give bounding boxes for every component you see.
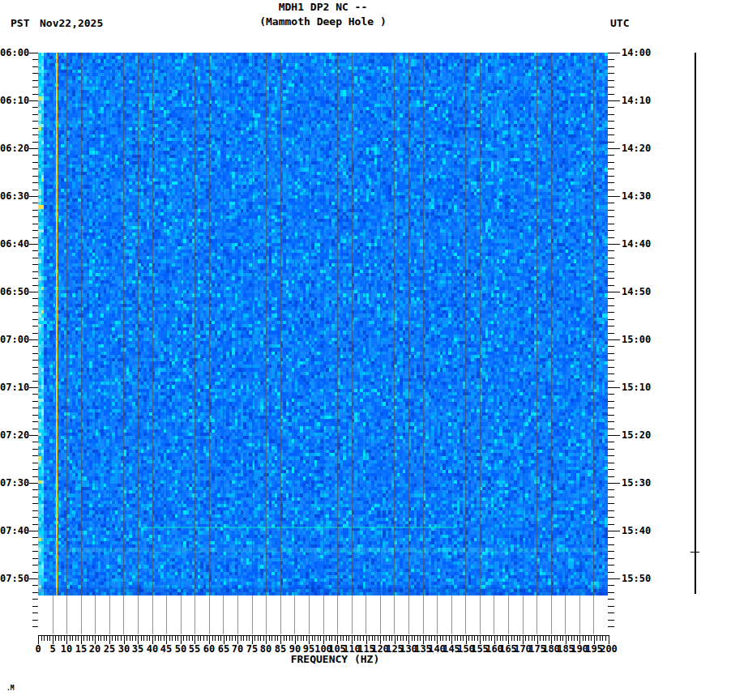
freq-tick <box>574 635 575 641</box>
time-label-right: 15:30 <box>622 478 656 489</box>
time-tick <box>32 210 38 211</box>
freq-tick <box>292 635 293 641</box>
time-tick <box>32 162 38 163</box>
freq-gridline <box>408 53 409 634</box>
time-tick <box>608 264 614 265</box>
freq-tick <box>198 635 199 641</box>
freq-tick <box>571 635 572 641</box>
time-label-right: 14:10 <box>622 96 656 106</box>
freq-tick <box>49 635 50 641</box>
time-tick <box>32 442 38 442</box>
time-tick <box>608 360 614 361</box>
freq-tick <box>112 635 113 641</box>
time-tick <box>29 578 38 579</box>
time-tick <box>32 353 38 354</box>
freq-tick <box>348 635 349 641</box>
time-label-left: 06:50 <box>0 287 28 297</box>
freq-tick <box>457 635 458 641</box>
time-tick <box>608 237 614 238</box>
freq-tick <box>442 635 443 641</box>
watermark: .M <box>6 685 15 692</box>
freq-tick <box>149 635 150 641</box>
time-tick <box>32 558 38 559</box>
freq-tick <box>175 635 176 641</box>
freq-tick <box>605 635 606 641</box>
time-tick <box>608 381 614 382</box>
freq-gridline <box>209 53 210 634</box>
freq-tick <box>98 635 99 641</box>
time-tick <box>32 216 38 217</box>
time-tick <box>608 73 614 74</box>
freq-tick <box>560 635 561 641</box>
time-tick <box>608 373 614 374</box>
time-tick <box>608 230 614 231</box>
time-tick <box>32 599 38 600</box>
freq-tick <box>600 635 601 641</box>
time-tick <box>29 339 38 340</box>
freq-tick <box>378 635 378 641</box>
freq-tick <box>220 635 221 641</box>
freq-tick <box>275 635 276 641</box>
freq-gridline <box>152 53 153 634</box>
time-tick <box>32 182 38 183</box>
freq-gridline <box>237 53 238 634</box>
freq-gridline <box>352 53 353 634</box>
freq-gridline <box>109 53 110 634</box>
freq-tick <box>100 635 101 641</box>
freq-tick <box>286 635 287 641</box>
time-tick <box>32 551 38 552</box>
time-tick <box>32 278 38 279</box>
freq-tick <box>83 635 84 641</box>
freq-gridline <box>323 53 324 634</box>
freq-tick <box>400 635 401 641</box>
freq-tick <box>517 635 518 641</box>
time-tick <box>32 237 38 238</box>
freq-tick <box>391 635 392 641</box>
freq-tick <box>489 635 489 641</box>
freq-tick <box>132 635 133 641</box>
time-tick <box>608 489 614 490</box>
freq-tick <box>207 635 207 641</box>
freq-gridline <box>266 53 267 634</box>
time-tick <box>608 394 614 395</box>
freq-gridline <box>195 53 195 634</box>
freq-gridline <box>565 53 566 634</box>
time-tick <box>32 544 38 545</box>
time-tick <box>608 100 620 101</box>
freq-tick <box>425 635 426 641</box>
time-tick <box>32 367 38 368</box>
time-tick <box>32 169 38 169</box>
time-tick <box>32 394 38 395</box>
time-tick <box>32 305 38 306</box>
freq-tick <box>360 635 361 641</box>
freq-gridline <box>380 53 381 634</box>
time-tick <box>608 353 614 354</box>
freq-tick <box>177 635 178 641</box>
freq-tick <box>502 635 503 641</box>
freq-tick <box>440 635 441 641</box>
time-tick <box>32 497 38 497</box>
time-tick <box>32 455 38 456</box>
freq-gridline <box>53 53 53 634</box>
time-label-left: 07:30 <box>0 478 28 489</box>
time-tick <box>608 305 614 306</box>
time-tick <box>608 319 614 320</box>
freq-gridline <box>138 53 139 634</box>
freq-tick <box>189 635 190 641</box>
freq-tick <box>431 635 432 641</box>
time-tick <box>32 463 38 463</box>
freq-tick <box>543 635 544 641</box>
time-label-left: 06:00 <box>0 48 28 58</box>
time-label-left: 07:40 <box>0 526 28 536</box>
freq-tick <box>540 635 541 641</box>
time-tick <box>608 333 614 334</box>
time-tick <box>29 53 38 53</box>
time-label-left: 07:00 <box>0 335 28 345</box>
freq-tick <box>169 635 170 641</box>
time-tick <box>29 148 38 149</box>
time-tick <box>29 100 38 101</box>
freq-tick <box>483 635 484 641</box>
time-tick <box>32 489 38 490</box>
time-tick <box>29 196 38 197</box>
freq-tick <box>583 635 584 641</box>
